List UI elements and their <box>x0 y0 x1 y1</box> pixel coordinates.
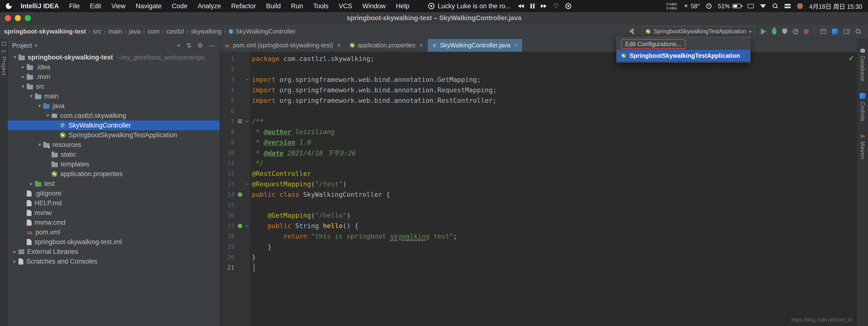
menu-item-run[interactable]: Run <box>286 2 308 10</box>
tool-window-button-codota[interactable]: Codota <box>859 93 866 121</box>
code-line-10[interactable]: 10 * @date 2021/4/18 下午3:26 <box>220 147 857 158</box>
tree-item-mvn[interactable]: ▸.mvn <box>8 72 220 82</box>
menu-item-edit[interactable]: Edit <box>85 2 106 10</box>
network-speed[interactable]: 0 KB/s 0 KB/s <box>666 2 677 10</box>
spring-bean-icon[interactable] <box>238 192 242 197</box>
tree-open-arrow-icon[interactable]: ▾ <box>20 83 27 90</box>
code-editor[interactable]: 1package com.castlzl.skywalking;23−impor… <box>220 52 857 326</box>
pause-icon[interactable] <box>530 4 534 8</box>
tree-item-application-properties[interactable]: application.properties <box>8 169 220 179</box>
code-line-8[interactable]: 8 * @author leiziliang <box>220 126 857 137</box>
editor-tab-pom-xml-springboot-skywalking-test[interactable]: pom.xml (springboot-skywalking-test)× <box>220 39 345 52</box>
close-tab-icon[interactable]: × <box>514 41 518 49</box>
tree-item-external-libraries[interactable]: ▸External Libraries <box>8 247 220 257</box>
breadcrumb-item-main[interactable]: main <box>108 28 122 35</box>
menu-item-code[interactable]: Code <box>166 2 193 10</box>
code-line-15[interactable]: 15 <box>220 200 857 210</box>
now-playing[interactable]: Lucky Luke is on the ro... <box>428 2 511 10</box>
code-line-18[interactable]: 18 return "this is springboot skywalking… <box>220 231 857 241</box>
weather-temperature[interactable]: 58° <box>691 3 700 10</box>
next-track-icon[interactable] <box>541 4 547 8</box>
tree-item-pom-xml[interactable]: pom.xml <box>8 227 220 237</box>
profiler-button[interactable] <box>793 29 798 34</box>
build-hammer-icon[interactable] <box>629 28 636 35</box>
status-app-icon[interactable] <box>797 3 803 9</box>
tree-item-src[interactable]: ▾src <box>8 82 220 91</box>
tool-window-button-maven[interactable]: mMaven <box>859 133 866 159</box>
tree-item-java[interactable]: ▾java <box>8 101 220 111</box>
menu-item-build[interactable]: Build <box>261 2 286 10</box>
battery-status[interactable]: 51% <box>718 3 741 10</box>
tree-closed-arrow-icon[interactable]: ▸ <box>11 258 19 265</box>
tree-closed-arrow-icon[interactable]: ▸ <box>20 73 27 80</box>
record-icon[interactable] <box>565 3 571 9</box>
close-window-button[interactable] <box>5 15 11 21</box>
stop-button[interactable] <box>804 29 808 34</box>
spotlight-search-icon[interactable] <box>772 3 778 9</box>
inspections-ok-icon[interactable]: ✔ <box>848 54 855 62</box>
run-with-coverage-button[interactable] <box>782 29 787 34</box>
menu-item-help[interactable]: Help <box>391 2 414 10</box>
editor-tab-application-properties[interactable]: application.properties× <box>345 39 428 52</box>
code-line-11[interactable]: 11 */ <box>220 158 857 168</box>
close-tab-icon[interactable]: × <box>419 41 423 49</box>
project-tool-window-button[interactable]: 1: Project <box>0 50 7 76</box>
tree-item-mvnw-cmd[interactable]: mvnw.cmd <box>8 218 220 227</box>
code-line-13[interactable]: 13−@RequestMapping("/test") <box>220 179 857 189</box>
tree-item-help-md[interactable]: HELP.md <box>8 198 220 208</box>
tree-open-arrow-icon[interactable]: ▾ <box>11 54 19 60</box>
tree-closed-arrow-icon[interactable]: ▸ <box>20 64 27 70</box>
code-line-5[interactable]: 5import org.springframework.web.bind.ann… <box>220 95 857 106</box>
tree-closed-arrow-icon[interactable]: ▸ <box>28 180 35 187</box>
tree-item-test[interactable]: ▸test <box>8 179 220 188</box>
tree-open-arrow-icon[interactable]: ▾ <box>36 103 43 109</box>
editor-tab-skywalkingcontroller-java[interactable]: SkyWalkingController.java× <box>428 39 523 52</box>
tree-item-resources[interactable]: ▾resources <box>8 140 220 150</box>
layout-icon[interactable] <box>844 29 849 34</box>
tree-item-idea[interactable]: ▸.idea <box>8 62 220 72</box>
menu-item-intellij-idea[interactable]: IntelliJ IDEA <box>16 2 64 10</box>
breadcrumb-item-skywalkingcontroller[interactable]: SkyWalkingController <box>228 28 296 35</box>
code-line-21[interactable]: 21 <box>220 262 857 273</box>
tree-closed-arrow-icon[interactable]: ▸ <box>11 248 19 255</box>
tree-item-static[interactable]: static <box>8 150 220 159</box>
run-config-option-springbootskywalkingtestapplication[interactable]: SpringbootSkywalkingTestApplication <box>617 50 750 61</box>
menu-item-vcs[interactable]: VCS <box>334 2 357 10</box>
fold-icon[interactable]: − <box>244 181 250 187</box>
fold-icon[interactable]: − <box>244 77 250 83</box>
menu-item-tools[interactable]: Tools <box>308 2 334 10</box>
fold-icon[interactable]: − <box>244 223 250 229</box>
previous-track-icon[interactable] <box>518 4 524 8</box>
settings-gear-icon[interactable]: ⚙ <box>197 42 203 49</box>
tool-window-icon[interactable] <box>820 29 826 34</box>
tree-item-gitignore[interactable]: .gitignore <box>8 188 220 198</box>
run-config-option-edit-configurations[interactable]: Edit Configurations... <box>617 38 750 50</box>
menu-item-file[interactable]: File <box>64 2 85 10</box>
tree-item-scratches-and-consoles[interactable]: ▸Scratches and Consoles <box>8 257 220 266</box>
control-center-icon[interactable] <box>784 4 791 8</box>
wifi-icon[interactable] <box>760 4 766 8</box>
tree-item-springboot-skywalking-test[interactable]: ▾springboot-skywalking-test~/my_gitee/lo… <box>8 53 220 62</box>
locate-file-icon[interactable]: ⌖ <box>177 42 181 49</box>
hide-panel-icon[interactable]: ― <box>209 42 215 49</box>
code-line-7[interactable]: 7−/** <box>220 116 857 126</box>
tree-open-arrow-icon[interactable]: ▾ <box>44 113 52 119</box>
breadcrumb-item-springboot-skywalking-test[interactable]: springboot-skywalking-test <box>4 28 86 35</box>
breadcrumb-item-java[interactable]: java <box>129 28 141 35</box>
menu-item-analyze[interactable]: Analyze <box>193 2 226 10</box>
code-line-12[interactable]: 12@RestController <box>220 168 857 179</box>
code-line-2[interactable]: 2 <box>220 64 857 74</box>
code-line-3[interactable]: 3−import org.springframework.web.bind.an… <box>220 74 857 85</box>
tree-item-springbootskywalkingtestapplication[interactable]: SpringbootSkywalkingTestApplication <box>8 130 220 140</box>
menu-item-refactor[interactable]: Refactor <box>226 2 261 10</box>
code-line-9[interactable]: 9 * @version 1.0 <box>220 137 857 147</box>
tool-window-toggle-icon[interactable] <box>2 42 6 46</box>
breadcrumb-item-com[interactable]: com <box>148 28 159 35</box>
chevron-down-icon[interactable]: ▾ <box>35 42 37 48</box>
display-icon[interactable] <box>748 4 754 8</box>
apple-menu-icon[interactable] <box>6 3 12 9</box>
tree-item-com-castlzl-skywalking[interactable]: ▾com.castlzl.skywalking <box>8 111 220 120</box>
zoom-window-button[interactable] <box>25 15 31 21</box>
fold-icon[interactable]: − <box>244 118 250 124</box>
dial-icon[interactable] <box>706 3 712 9</box>
